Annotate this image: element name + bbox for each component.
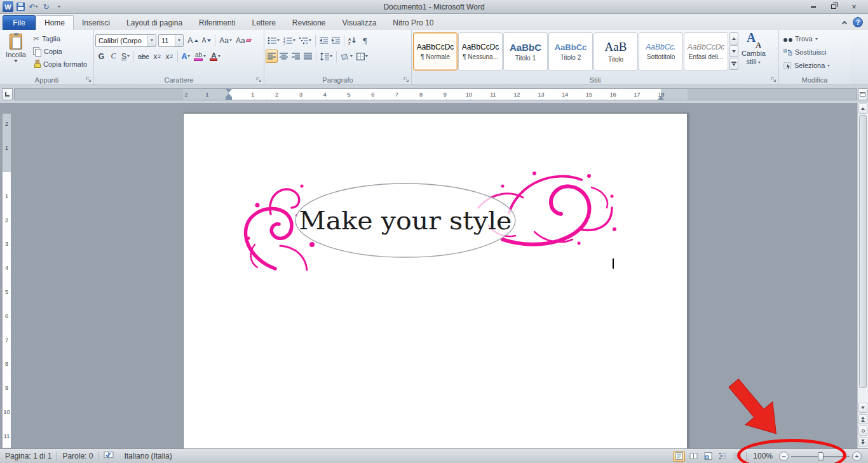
find-dropdown-arrow-icon[interactable] xyxy=(815,38,818,40)
page-indicator[interactable]: Pagina: 1 di 1 xyxy=(0,452,57,460)
multilevel-list-button[interactable] xyxy=(297,34,313,47)
borders-button[interactable] xyxy=(355,50,370,63)
customize-quick-access-button[interactable] xyxy=(53,1,64,12)
vertical-ruler[interactable]: 211234567891011 xyxy=(2,113,11,448)
shading-button[interactable] xyxy=(339,50,355,63)
zoom-slider-thumb[interactable] xyxy=(818,452,824,460)
scrollbar-thumb[interactable] xyxy=(859,115,867,388)
font-family-dropdown-arrow-icon[interactable] xyxy=(147,35,156,46)
highlight-dropdown-arrow-icon[interactable] xyxy=(203,55,206,57)
horizontal-ruler[interactable]: 21123456789101112131415161718 xyxy=(183,88,688,100)
underline-dropdown-arrow-icon[interactable] xyxy=(127,55,130,57)
document-page[interactable]: Make your style xyxy=(183,113,688,448)
close-window-button[interactable]: × xyxy=(845,2,863,12)
show-paragraph-marks-button[interactable]: ¶ xyxy=(359,34,371,47)
draft-view-button[interactable] xyxy=(731,451,743,462)
minimize-window-button[interactable] xyxy=(804,2,822,12)
styles-dialog-launcher[interactable] xyxy=(770,76,777,83)
scroll-down-button[interactable] xyxy=(858,403,867,413)
find-button[interactable]: Trova xyxy=(780,32,849,45)
full-screen-reading-view-button[interactable] xyxy=(688,451,700,462)
tab-lettere[interactable]: Lettere xyxy=(243,15,283,30)
outline-view-button[interactable] xyxy=(717,451,729,462)
align-left-button[interactable] xyxy=(266,50,278,63)
styles-scroll-up-button[interactable] xyxy=(729,32,738,44)
numbering-dropdown-arrow-icon[interactable] xyxy=(293,39,295,41)
decrease-indent-button[interactable] xyxy=(318,34,330,47)
style-titolo-2[interactable]: AaBbCc Titolo 2 xyxy=(548,32,593,70)
undo-button[interactable]: ↶ xyxy=(28,1,39,12)
style-titolo-1[interactable]: AaBbC Titolo 1 xyxy=(503,32,548,70)
font-size-combobox[interactable]: 11 xyxy=(158,34,184,47)
tab-selector-button[interactable] xyxy=(2,88,13,100)
text-highlight-button[interactable]: ab xyxy=(192,50,208,63)
select-button[interactable]: Seleziona xyxy=(780,59,849,72)
increase-indent-button[interactable] xyxy=(330,34,342,47)
change-case-button[interactable]: Aa xyxy=(217,34,234,47)
style-nessuna-spaziatura[interactable]: AaBbCcDc ¶ Nessuna... xyxy=(458,32,503,70)
print-layout-view-button[interactable] xyxy=(673,451,685,462)
sort-button[interactable]: AZ xyxy=(346,34,359,47)
clear-formatting-button[interactable]: Aa xyxy=(234,34,253,47)
font-family-combobox[interactable]: Calibri (Corpo xyxy=(95,34,156,47)
clipboard-dialog-launcher[interactable] xyxy=(85,76,92,83)
language-indicator[interactable]: Italiano (Italia) xyxy=(119,452,177,460)
zoom-level[interactable]: 100% xyxy=(749,452,776,460)
tab-home[interactable]: Home xyxy=(36,15,74,30)
underline-button[interactable]: S xyxy=(119,50,132,63)
tab-visualizza[interactable]: Visualizza xyxy=(334,15,385,30)
first-line-indent-marker[interactable] xyxy=(226,89,232,93)
word-app-icon[interactable]: W xyxy=(3,1,13,12)
tab-riferimenti[interactable]: Riferimenti xyxy=(191,15,243,30)
previous-page-button[interactable] xyxy=(858,414,867,424)
proofing-status[interactable] xyxy=(98,451,119,461)
zoom-out-button[interactable]: − xyxy=(779,452,789,461)
cut-button[interactable]: ✂Taglia xyxy=(31,32,90,44)
styles-scroll-down-button[interactable] xyxy=(729,45,738,57)
select-dropdown-arrow-icon[interactable] xyxy=(827,65,830,67)
borders-dropdown-arrow-icon[interactable] xyxy=(365,55,368,57)
left-indent-marker[interactable] xyxy=(226,97,232,100)
font-color-dropdown-arrow-icon[interactable] xyxy=(218,55,220,57)
tab-revisione[interactable]: Revisione xyxy=(284,15,334,30)
copy-button[interactable]: Copia xyxy=(31,45,90,57)
style-normale[interactable]: AaBbCcDc ¶ Normale xyxy=(413,32,458,70)
line-spacing-button[interactable] xyxy=(318,50,334,63)
paragraph-dialog-launcher[interactable] xyxy=(402,76,410,83)
style-enfasi-delicata[interactable]: AaBbCcDc Enfasi deli... xyxy=(684,32,728,70)
justify-button[interactable] xyxy=(302,50,314,63)
web-layout-view-button[interactable] xyxy=(702,451,714,462)
zoom-slider[interactable] xyxy=(791,452,850,461)
grow-font-button[interactable]: A xyxy=(186,34,200,47)
bullets-button[interactable] xyxy=(266,34,281,47)
align-center-button[interactable] xyxy=(278,50,290,63)
select-browse-object-button[interactable] xyxy=(858,426,867,436)
multilevel-dropdown-arrow-icon[interactable] xyxy=(309,39,311,41)
align-right-button[interactable] xyxy=(290,50,302,63)
scroll-up-button[interactable] xyxy=(858,104,867,114)
tab-nitro-pro[interactable]: Nitro Pro 10 xyxy=(384,15,442,30)
next-page-button[interactable] xyxy=(858,437,867,447)
strikethrough-button[interactable]: abc xyxy=(136,50,151,63)
superscript-button[interactable]: x2 xyxy=(163,50,175,63)
font-color-button[interactable]: A xyxy=(208,50,222,63)
restore-window-button[interactable] xyxy=(825,2,843,12)
tab-layout-di-pagina[interactable]: Layout di pagina xyxy=(118,15,191,30)
italic-button[interactable]: C xyxy=(107,50,119,63)
line-spacing-dropdown-arrow-icon[interactable] xyxy=(330,55,332,57)
save-button[interactable] xyxy=(15,1,26,12)
numbering-button[interactable]: 123 xyxy=(281,34,297,47)
style-titolo[interactable]: AaB Titolo xyxy=(593,32,638,70)
styles-more-button[interactable] xyxy=(729,58,738,70)
minimize-ribbon-button[interactable] xyxy=(842,20,847,25)
bullets-dropdown-arrow-icon[interactable] xyxy=(277,39,280,41)
shading-dropdown-arrow-icon[interactable] xyxy=(350,55,353,57)
tab-inserisci[interactable]: Inserisci xyxy=(74,15,118,30)
paste-button[interactable]: Incolla xyxy=(1,32,31,74)
bold-button[interactable]: G xyxy=(95,50,107,63)
zoom-in-button[interactable]: + xyxy=(852,452,862,461)
vertical-scrollbar[interactable] xyxy=(857,103,868,448)
change-styles-button[interactable]: A A Cambia stili xyxy=(738,32,769,65)
redo-button[interactable]: ↻ xyxy=(41,1,51,12)
tab-file[interactable]: File xyxy=(3,15,36,30)
